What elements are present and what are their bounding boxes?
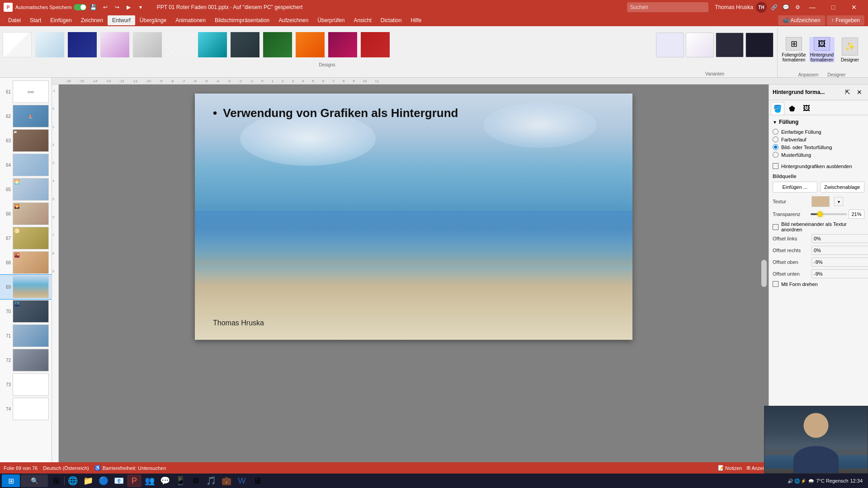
menu-entwurf[interactable]: Entwurf xyxy=(108,15,135,25)
present-icon[interactable]: ▶ xyxy=(124,3,133,12)
muster-option[interactable]: Musterfüllung xyxy=(773,152,864,158)
maximize-button[interactable]: □ xyxy=(823,0,844,14)
menu-hilfe[interactable]: Hilfe xyxy=(406,15,426,25)
app1-icon[interactable]: 📱 xyxy=(173,474,188,487)
minimize-button[interactable]: — xyxy=(802,0,823,14)
slide-67[interactable]: 67 🌕 xyxy=(0,226,52,250)
slide-72[interactable]: 72 xyxy=(0,348,52,372)
shape-tab[interactable]: ⬟ xyxy=(785,102,799,115)
freigeben-btn[interactable]: ↑ Freigeben xyxy=(827,15,864,25)
slide-canvas[interactable]: • Verwendung von Grafiken als Hintergrun… xyxy=(195,94,632,340)
mit-form-checkbox[interactable] xyxy=(773,281,778,287)
hide-bg-row[interactable]: Hintergrundgrafiken ausblenden xyxy=(773,163,864,169)
menu-animationen[interactable]: Animationen xyxy=(171,15,210,25)
explorer-icon[interactable]: 📁 xyxy=(81,474,95,487)
muster-radio[interactable] xyxy=(773,152,778,158)
word-icon[interactable]: W xyxy=(235,474,249,487)
slide-panel[interactable]: 61 slide 62 ⛵ 63 🏔 64 65 🌅 xyxy=(0,78,52,462)
variant-1[interactable] xyxy=(656,33,684,57)
panel-detach-icon[interactable]: ⇱ xyxy=(843,87,853,97)
theme-9[interactable] xyxy=(262,31,293,58)
theme-8[interactable] xyxy=(230,31,260,58)
slide-63[interactable]: 63 🏔 xyxy=(0,128,52,153)
theme-4[interactable] xyxy=(99,31,130,58)
bild-option[interactable]: Bild- oder Texturfüllung xyxy=(773,144,864,150)
slide-66[interactable]: 66 🌄 xyxy=(0,202,52,226)
slide-73[interactable]: 73 xyxy=(0,372,52,397)
menu-bildschirm[interactable]: Bildschirmpräsentation xyxy=(210,15,274,25)
search-box[interactable]: Suchen xyxy=(627,2,708,12)
clock[interactable]: 12:34 xyxy=(850,478,863,483)
theme-5[interactable] xyxy=(132,31,163,58)
offset-oben-input[interactable] xyxy=(811,258,868,267)
menu-ansicht[interactable]: Ansicht xyxy=(349,15,376,25)
skype-icon[interactable]: 💬 xyxy=(158,474,172,487)
notizen-btn[interactable]: 📝 Notizen xyxy=(718,465,742,471)
bild-radio[interactable] xyxy=(773,144,778,150)
fuellung-header[interactable]: ▼ Füllung xyxy=(773,119,864,125)
slide-71[interactable]: 71 xyxy=(0,324,52,348)
panel-close-icon[interactable]: ✕ xyxy=(854,87,864,97)
tile-row[interactable]: Bild nebeneinander als Textur anordnen xyxy=(773,221,864,232)
theme-6[interactable] xyxy=(165,31,195,58)
slide-70[interactable]: 70 🌃 xyxy=(0,299,52,324)
slide-62[interactable]: 62 ⛵ xyxy=(0,104,52,128)
autosave-toggle[interactable] xyxy=(74,4,86,10)
teams-icon[interactable]: 👥 xyxy=(142,474,157,487)
menu-einfuegen[interactable]: Einfügen xyxy=(46,15,76,25)
close-button[interactable]: ✕ xyxy=(844,0,864,14)
variant-3[interactable] xyxy=(716,33,744,57)
theme-1[interactable] xyxy=(2,31,33,58)
outlook-icon[interactable]: 📧 xyxy=(112,474,126,487)
chrome-icon[interactable]: 🔵 xyxy=(96,474,111,487)
settings-icon[interactable]: ⚙ xyxy=(793,3,802,12)
zwischenablage-button[interactable]: Zwischenablage xyxy=(820,182,865,192)
theme-12[interactable] xyxy=(360,31,391,58)
textur-preview[interactable] xyxy=(811,196,830,207)
weather-widget[interactable]: 🌧 7°C Regensch xyxy=(808,477,848,484)
designer-button[interactable]: ✨ Designer xyxy=(837,37,863,62)
theme-10[interactable] xyxy=(295,31,326,58)
hintergrund-button[interactable]: 🖼 Hintergrund formatieren xyxy=(809,37,835,62)
einfuegen-button[interactable]: Einfügen ... xyxy=(773,182,817,192)
theme-3[interactable] xyxy=(67,31,98,58)
mit-form-row[interactable]: Mit Form drehen xyxy=(773,281,864,287)
menu-zeichnen[interactable]: Zeichnen xyxy=(76,15,108,25)
powerpoint-taskbar-icon[interactable]: P xyxy=(127,474,142,487)
slide-69[interactable]: 69 xyxy=(0,275,52,299)
slide-65[interactable]: 65 🌅 xyxy=(0,177,52,202)
einfarbig-option[interactable]: Einfarbige Füllung xyxy=(773,129,864,135)
textur-menu-btn[interactable]: ▾ xyxy=(834,197,843,206)
theme-7[interactable] xyxy=(197,31,228,58)
slide-64[interactable]: 64 xyxy=(0,153,52,177)
taskview-btn[interactable]: ⊞ xyxy=(49,474,63,487)
variant-2[interactable] xyxy=(686,33,714,57)
save-icon[interactable]: 💾 xyxy=(89,3,98,12)
slide-68[interactable]: 68 🌇 xyxy=(0,250,52,275)
slide-74[interactable]: 74 xyxy=(0,397,52,421)
theme-11[interactable] xyxy=(327,31,358,58)
offset-unten-input[interactable] xyxy=(811,269,868,278)
app4-icon[interactable]: 💼 xyxy=(219,474,234,487)
start-button[interactable]: ⊞ xyxy=(2,474,20,487)
redo-icon[interactable]: ↪ xyxy=(113,3,122,12)
app2-icon[interactable]: ⚙ xyxy=(189,474,203,487)
farbverlauf-option[interactable]: Farbverlauf xyxy=(773,136,864,142)
undo-icon[interactable]: ↩ xyxy=(101,3,110,12)
variant-4[interactable] xyxy=(745,33,774,57)
offset-links-input[interactable] xyxy=(811,234,868,243)
user-avatar[interactable]: TH xyxy=(756,2,767,13)
more-icon[interactable]: ▾ xyxy=(136,3,145,12)
menu-dictation[interactable]: Dictation xyxy=(376,15,406,25)
system-tray[interactable]: 🔊 🌐 ⚡ xyxy=(788,479,807,483)
app5-icon[interactable]: 🖥 xyxy=(250,474,264,487)
farbverlauf-radio[interactable] xyxy=(773,136,778,142)
app3-icon[interactable]: 🎵 xyxy=(204,474,218,487)
fill-tab[interactable]: 🪣 xyxy=(771,102,784,115)
edge-icon[interactable]: 🌐 xyxy=(66,474,80,487)
slide-author[interactable]: Thomas Hruska xyxy=(213,319,264,327)
slide-61[interactable]: 61 slide xyxy=(0,80,52,104)
menu-datei[interactable]: Datei xyxy=(4,15,25,25)
menu-uebergaenge[interactable]: Übergänge xyxy=(135,15,171,25)
hide-bg-checkbox[interactable] xyxy=(773,163,778,169)
